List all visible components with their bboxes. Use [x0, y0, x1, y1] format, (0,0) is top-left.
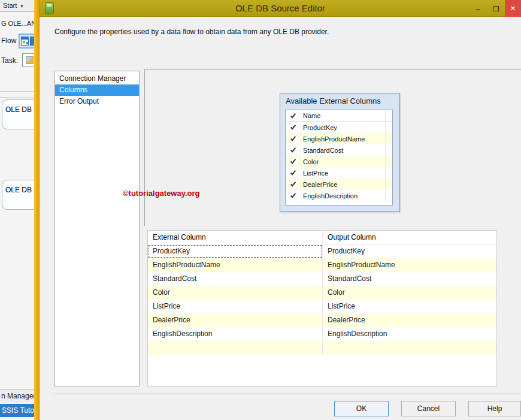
nav-error-output[interactable]: Error Output [55, 96, 139, 107]
checkbox-cell [286, 156, 301, 167]
external-column-cell[interactable]: ListPrice [148, 300, 323, 313]
checkbox-cell [286, 122, 301, 133]
available-columns-header-row: Name [286, 110, 392, 122]
column-row[interactable]: ProductKey [286, 122, 392, 133]
mapping-row: ListPrice ListPrice [148, 300, 496, 313]
dialog-description: Configure the properties used by a data … [54, 28, 329, 36]
background-designer-strip: Start ▾ G OLE...AND Flow Task: OLE DB S … [0, 0, 39, 420]
task-label: Task: [1, 56, 18, 65]
output-column-cell[interactable]: DealerPrice [323, 313, 496, 327]
output-column-cell[interactable]: ProductKey [323, 244, 496, 258]
grid-header-row: External Column Output Column [148, 231, 496, 244]
column-row[interactable]: StandardCost [286, 144, 392, 156]
start-menu[interactable]: Start ▾ [0, 0, 34, 12]
dialog-title: OLE DB Source Editor [40, 0, 521, 17]
dropdown-caret-icon: ▾ [20, 3, 23, 9]
button-separator-line [53, 394, 521, 394]
external-column-cell[interactable] [148, 341, 323, 355]
background-breadcrumb: G OLE...AND [0, 19, 34, 29]
column-checkbox[interactable] [289, 180, 297, 188]
connection-managers-header: n Managers [0, 389, 39, 403]
select-all-checkbox[interactable] [289, 112, 297, 120]
output-column-header[interactable]: Output Column [323, 231, 496, 244]
external-column-cell[interactable]: ProductKey [148, 244, 323, 258]
column-row[interactable]: ListPrice [286, 167, 392, 179]
name-column-header: Name [301, 112, 385, 119]
cancel-button[interactable]: Cancel [401, 401, 456, 416]
column-checkbox[interactable] [289, 192, 297, 200]
available-columns-list: Name ProductKey EnglishProductName Stand… [285, 110, 393, 206]
maximize-button[interactable] [487, 0, 505, 17]
external-column-header[interactable]: External Column [148, 231, 323, 244]
ok-button[interactable]: OK [334, 401, 389, 416]
column-row[interactable]: EnglishDescription [286, 190, 392, 201]
external-column-cell[interactable]: EnglishDescription [148, 327, 323, 341]
ole-db-source-component[interactable]: OLE DB S [2, 99, 39, 129]
column-checkbox[interactable] [289, 123, 297, 131]
row-spacer [385, 110, 392, 121]
checkbox-cell [286, 144, 301, 156]
row-spacer [385, 156, 392, 167]
column-label: EnglishDescription [301, 192, 385, 200]
checkbox-cell [286, 133, 301, 144]
task-icon [26, 56, 34, 64]
close-button[interactable]: ✕ [505, 0, 521, 17]
column-row[interactable]: EnglishProductName [286, 133, 392, 144]
checkbox-cell [286, 110, 301, 121]
external-column-cell[interactable]: Color [148, 286, 323, 300]
start-label: Start [3, 2, 17, 9]
nav-columns[interactable]: Columns [55, 84, 139, 96]
column-checkbox[interactable] [289, 169, 297, 177]
nav-connection-manager[interactable]: Connection Manager [55, 73, 139, 84]
mapping-row: EnglishDescription EnglishDescription [148, 327, 496, 341]
gold-highlight-strip [34, 0, 39, 420]
mapping-row: DealerPrice DealerPrice [148, 313, 496, 327]
output-column-cell[interactable]: EnglishDescription [323, 327, 496, 341]
checkbox-cell [286, 167, 301, 179]
minimize-button[interactable]: – [469, 0, 487, 17]
external-column-cell[interactable]: EnglishProductName [148, 258, 323, 272]
flow-label: Flow [1, 37, 16, 45]
separator-line [0, 97, 39, 98]
panel-border-left [144, 69, 145, 226]
column-row[interactable]: DealerPrice [286, 179, 392, 190]
dialog-titlebar[interactable]: OLE DB Source Editor – ✕ [40, 0, 521, 17]
ole-db-source-editor-dialog: OLE DB Source Editor – ✕ Configure the p… [39, 0, 521, 420]
column-label: Color [301, 158, 385, 165]
row-spacer [385, 133, 392, 144]
column-label: EnglishProductName [301, 135, 385, 143]
data-flow-icon [21, 37, 29, 46]
toolbox-task-row: Task: [0, 53, 39, 68]
mapping-row [148, 341, 496, 355]
row-spacer [385, 167, 392, 179]
output-column-cell[interactable]: EnglishProductName [323, 258, 496, 272]
pages-list: Connection Manager Columns Error Output [54, 71, 140, 386]
watermark: ©tutorialgateway.org [123, 189, 200, 198]
output-column-cell[interactable] [323, 341, 496, 355]
ssis-connection-tab[interactable]: SSIS Tuto [0, 404, 39, 417]
mapping-row: StandardCost StandardCost [148, 272, 496, 286]
mapping-row: ProductKey ProductKey [148, 244, 496, 258]
column-checkbox[interactable] [289, 146, 297, 154]
column-checkbox[interactable] [289, 158, 297, 165]
output-column-cell[interactable]: ListPrice [323, 300, 496, 313]
column-checkbox[interactable] [289, 135, 297, 143]
external-column-cell[interactable]: StandardCost [148, 272, 323, 286]
output-column-cell[interactable]: StandardCost [323, 272, 496, 286]
available-columns-title: Available External Columns [280, 93, 399, 105]
row-spacer [385, 144, 392, 156]
ole-db-destination-component[interactable]: OLE DB C [2, 180, 39, 210]
mapping-row: Color Color [148, 286, 496, 300]
grid-rows: ProductKey ProductKey EnglishProductName… [148, 244, 496, 355]
external-column-cell[interactable]: DealerPrice [148, 313, 323, 327]
screen: Start ▾ G OLE...AND Flow Task: OLE DB S … [0, 0, 521, 420]
checkbox-cell [286, 179, 301, 190]
column-label: ListPrice [301, 170, 385, 177]
checkbox-cell [286, 190, 301, 201]
output-column-cell[interactable]: Color [323, 286, 496, 300]
help-button[interactable]: Help [468, 401, 521, 416]
package-icon [45, 2, 54, 14]
column-row[interactable]: Color [286, 156, 392, 167]
panel-border-top [144, 69, 521, 70]
column-label: DealerPrice [301, 181, 385, 188]
